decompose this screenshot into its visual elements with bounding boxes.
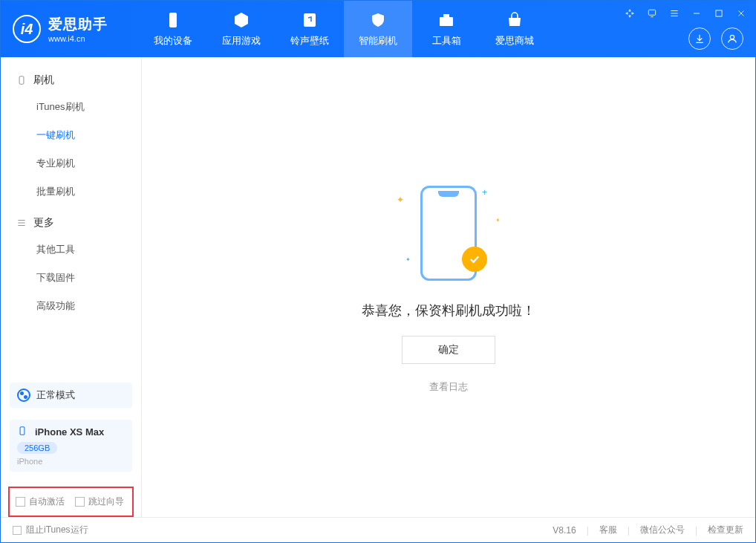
sidebar-section-title: 刷机: [33, 74, 54, 87]
svg-rect-4: [648, 10, 655, 15]
sidebar-item-download-fw[interactable]: 下载固件: [1, 264, 141, 292]
nav-tabs: 我的设备 应用游戏 铃声壁纸 智能刷机 工具箱 爱思商城: [139, 1, 549, 57]
nav-tab-label: 智能刷机: [359, 34, 397, 48]
device-storage-badge: 256GB: [17, 442, 57, 454]
nav-tab-label: 我的设备: [154, 34, 192, 48]
refresh-shield-icon: [368, 10, 388, 30]
nav-tab-label: 铃声壁纸: [290, 34, 329, 48]
nav-tab-label: 工具箱: [432, 34, 461, 48]
nav-tab-toolbox[interactable]: 工具箱: [412, 1, 480, 57]
nav-tab-label: 爱思商城: [495, 34, 534, 48]
nav-tab-apps[interactable]: 应用游戏: [207, 1, 276, 57]
sidebar-section-flash[interactable]: 刷机: [1, 68, 141, 93]
sidebar-item-batch-flash[interactable]: 批量刷机: [1, 178, 141, 206]
check-badge-icon: [462, 247, 487, 272]
svg-rect-1: [304, 13, 316, 27]
svg-rect-2: [440, 17, 453, 26]
checkbox-label: 自动激活: [29, 495, 65, 508]
sidebar: 刷机 iTunes刷机 一键刷机 专业刷机 批量刷机 更多 其他工具 下载固件 …: [1, 57, 142, 517]
music-icon: [300, 10, 319, 30]
version-label: V8.16: [553, 525, 576, 536]
device-type: iPhone: [17, 457, 125, 466]
checkbox-box-icon: [16, 497, 25, 507]
nav-tab-flash[interactable]: 智能刷机: [344, 1, 412, 57]
list-icon: [16, 217, 27, 229]
svg-rect-5: [716, 10, 722, 16]
view-log-link[interactable]: 查看日志: [429, 380, 468, 394]
nav-tab-ringtones[interactable]: 铃声壁纸: [276, 1, 344, 57]
mode-icon: [17, 388, 30, 402]
checkbox-box-icon: [13, 526, 22, 535]
minimize-icon[interactable]: [690, 7, 703, 20]
checkbox-block-itunes[interactable]: 阻止iTunes运行: [13, 524, 88, 536]
checkbox-label: 阻止iTunes运行: [26, 524, 88, 536]
phone-icon: [163, 10, 183, 30]
menu-icon[interactable]: [668, 7, 681, 20]
store-icon: [505, 10, 524, 30]
logo-area: i4 爱思助手 www.i4.cn: [13, 15, 139, 43]
sidebar-section-more[interactable]: 更多: [1, 210, 141, 235]
feedback-icon[interactable]: [645, 7, 659, 20]
download-button[interactable]: [688, 27, 711, 50]
nav-tab-my-device[interactable]: 我的设备: [139, 1, 207, 57]
app-logo-icon: i4: [13, 15, 41, 43]
user-button[interactable]: [721, 27, 743, 50]
mode-card[interactable]: 正常模式: [10, 383, 132, 408]
support-link[interactable]: 客服: [599, 524, 617, 536]
checkbox-skip-guide[interactable]: 跳过向导: [75, 495, 124, 508]
theme-icon[interactable]: [623, 7, 636, 20]
titlebar: i4 爱思助手 www.i4.cn 我的设备 应用游戏 铃声壁纸 智能刷机: [1, 1, 755, 57]
maximize-icon[interactable]: [712, 7, 726, 20]
window-controls: [623, 7, 748, 20]
ok-button[interactable]: 确定: [402, 336, 495, 364]
success-illustration: ✦ + ✦ ✦: [389, 181, 508, 285]
mode-label: 正常模式: [36, 388, 75, 402]
cube-icon: [232, 10, 251, 30]
checkbox-auto-activate[interactable]: 自动激活: [16, 495, 65, 508]
statusbar: 阻止iTunes运行 V8.16 | 客服 | 微信公众号 | 检查更新: [1, 517, 755, 542]
svg-point-6: [730, 35, 734, 39]
main-content: ✦ + ✦ ✦ 恭喜您，保资料刷机成功啦！ 确定 查看日志: [142, 57, 755, 517]
sidebar-item-advanced[interactable]: 高级功能: [1, 292, 141, 320]
success-message: 恭喜您，保资料刷机成功啦！: [362, 302, 535, 319]
svg-rect-3: [443, 14, 449, 17]
app-title: 爱思助手: [48, 15, 108, 34]
sidebar-item-pro-flash[interactable]: 专业刷机: [1, 149, 141, 178]
device-name: iPhone XS Max: [35, 426, 104, 438]
sidebar-item-onekey-flash[interactable]: 一键刷机: [1, 121, 141, 149]
sidebar-item-itunes-flash[interactable]: iTunes刷机: [1, 93, 141, 121]
sidebar-section-title: 更多: [33, 216, 54, 230]
checkbox-label: 跳过向导: [88, 495, 124, 508]
nav-tab-label: 应用游戏: [222, 34, 261, 48]
wechat-link[interactable]: 微信公众号: [640, 524, 685, 536]
checkbox-box-icon: [75, 497, 85, 507]
device-card[interactable]: iPhone XS Max 256GB iPhone: [10, 420, 132, 472]
phone-outline-icon: [17, 426, 29, 438]
device-icon: [16, 74, 27, 86]
nav-tab-store[interactable]: 爱思商城: [480, 1, 549, 57]
close-icon[interactable]: [734, 7, 748, 20]
flash-options-row: 自动激活 跳过向导: [8, 487, 134, 517]
sidebar-item-other-tools[interactable]: 其他工具: [1, 235, 141, 264]
svg-rect-0: [169, 13, 177, 27]
check-update-link[interactable]: 检查更新: [708, 524, 743, 536]
app-subtitle: www.i4.cn: [48, 34, 108, 43]
svg-rect-7: [19, 77, 24, 85]
svg-rect-8: [20, 427, 25, 435]
toolbox-icon: [437, 10, 456, 30]
